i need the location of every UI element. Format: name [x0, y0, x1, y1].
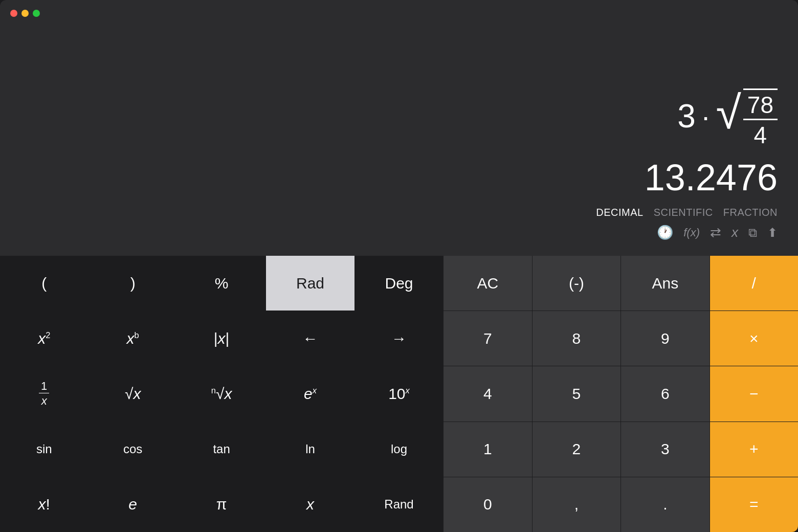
sqrt-expression: √ 78 4 [716, 88, 778, 148]
left-arrow-key[interactable]: ← [266, 311, 354, 366]
ln-key[interactable]: ln [266, 422, 354, 477]
traffic-lights [10, 10, 40, 17]
sqrt-key[interactable]: √x [88, 366, 176, 421]
two-key[interactable]: 2 [533, 422, 620, 477]
close-button[interactable] [10, 10, 17, 17]
reciprocal-key[interactable]: 1 x [0, 366, 88, 421]
four-key[interactable]: 4 [444, 366, 531, 421]
equals-key[interactable]: = [710, 477, 798, 532]
add-key[interactable]: + [710, 422, 798, 477]
x-power-b-key[interactable]: xb [88, 311, 176, 366]
deg-key[interactable]: Deg [355, 256, 443, 311]
close-paren-key[interactable]: ) [88, 256, 176, 311]
ans-key[interactable]: Ans [621, 256, 709, 311]
nth-root-key[interactable]: n√x [178, 366, 265, 421]
variable-button[interactable]: x [731, 225, 738, 240]
subtract-key[interactable]: − [710, 366, 798, 421]
format-row: DECIMAL SCIENTIFIC FRACTION [596, 207, 778, 218]
multiply-dot: · [702, 100, 710, 133]
right-arrow-key[interactable]: → [355, 311, 443, 366]
ac-key[interactable]: AC [444, 256, 531, 311]
negate-key[interactable]: (-) [533, 256, 620, 311]
five-key[interactable]: 5 [533, 366, 620, 421]
six-key[interactable]: 6 [621, 366, 709, 421]
scientific-format-button[interactable]: SCIENTIFIC [654, 207, 713, 218]
zero-key[interactable]: 0 [444, 477, 531, 532]
log-key[interactable]: log [355, 422, 443, 477]
keypad: ( ) % Rad Deg AC (-) Ans / x2 xb |x| ← →… [0, 256, 798, 532]
percent-key[interactable]: % [178, 256, 265, 311]
decimal-format-button[interactable]: DECIMAL [596, 207, 643, 218]
cos-key[interactable]: cos [88, 422, 176, 477]
expression: 3 · √ 78 4 [677, 84, 778, 148]
denominator: 4 [750, 120, 771, 148]
abs-key[interactable]: |x| [178, 311, 265, 366]
maximize-button[interactable] [33, 10, 40, 17]
rad-key[interactable]: Rad [266, 256, 354, 311]
eight-key[interactable]: 8 [533, 311, 620, 366]
minimize-button[interactable] [21, 10, 29, 17]
result-display: 13.2476 [645, 157, 778, 198]
seven-key[interactable]: 7 [444, 311, 531, 366]
ten-power-key[interactable]: 10x [355, 366, 443, 421]
history-button[interactable]: 🕐 [657, 225, 673, 240]
one-key[interactable]: 1 [444, 422, 531, 477]
euler-key[interactable]: e [88, 477, 176, 532]
x-variable-key[interactable]: x [266, 477, 354, 532]
factorial-key[interactable]: x! [0, 477, 88, 532]
comma-key[interactable]: , [533, 477, 620, 532]
x-squared-key[interactable]: x2 [0, 311, 88, 366]
rand-key[interactable]: Rand [355, 477, 443, 532]
pi-key[interactable]: π [178, 477, 265, 532]
tan-key[interactable]: tan [178, 422, 265, 477]
share-button[interactable]: ⬆ [767, 226, 778, 240]
sin-key[interactable]: sin [0, 422, 88, 477]
swap-button[interactable]: ⇄ [710, 225, 721, 240]
three-key[interactable]: 3 [621, 422, 709, 477]
exp-key[interactable]: ex [266, 366, 354, 421]
open-paren-key[interactable]: ( [0, 256, 88, 311]
function-button[interactable]: f(x) [683, 226, 700, 239]
nine-key[interactable]: 9 [621, 311, 709, 366]
actions-row: 🕐 f(x) ⇄ x ⧉ ⬆ [657, 225, 778, 240]
coefficient: 3 [677, 97, 696, 135]
display-area: 3 · √ 78 4 13.2476 DECIMAL SCIENTIFIC FR… [0, 27, 798, 256]
title-bar [0, 0, 798, 27]
multiply-key[interactable]: × [710, 311, 798, 366]
divide-key[interactable]: / [710, 256, 798, 311]
copy-button[interactable]: ⧉ [748, 226, 757, 240]
numerator: 78 [743, 92, 778, 121]
decimal-key[interactable]: . [621, 477, 709, 532]
fraction-format-button[interactable]: FRACTION [723, 207, 778, 218]
